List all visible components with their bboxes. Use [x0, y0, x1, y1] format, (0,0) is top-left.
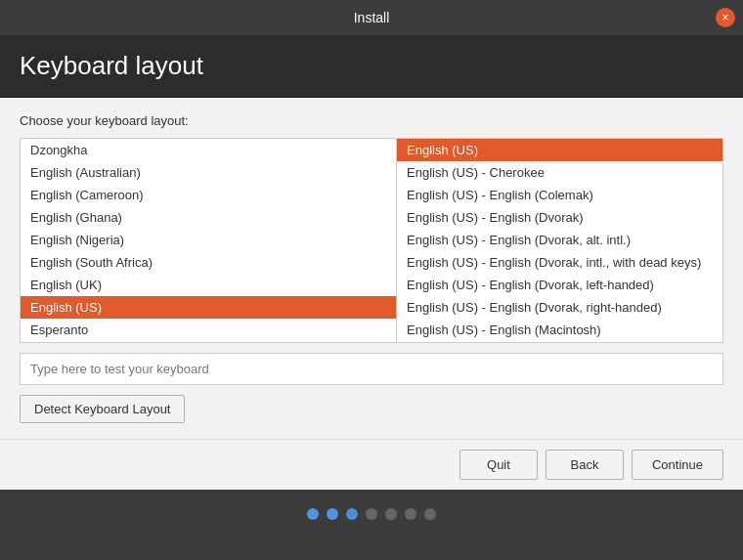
- variant-list-item[interactable]: English (US) - English (Dvorak, alt. int…: [397, 229, 722, 251]
- layout-list-item[interactable]: English (Ghana): [21, 206, 396, 229]
- variant-list-item[interactable]: English (US) - English (Dvorak, intl., w…: [397, 251, 722, 274]
- variant-list-item[interactable]: English (US): [397, 139, 722, 161]
- layout-list-item[interactable]: Dzongkha: [21, 139, 396, 161]
- dot-5: [385, 508, 397, 520]
- main-content: Choose your keyboard layout: DzongkhaEng…: [0, 98, 743, 490]
- back-button[interactable]: Back: [546, 450, 624, 480]
- test-input-container: [20, 353, 723, 385]
- bottom-navigation: Quit Back Continue: [0, 439, 743, 490]
- dot-6: [405, 508, 416, 520]
- layout-list-item[interactable]: English (Australian): [21, 161, 396, 184]
- window-title: Install: [354, 10, 390, 25]
- variant-list-item[interactable]: English (US) - English (Dvorak, left-han…: [397, 274, 722, 296]
- dot-3: [346, 508, 358, 520]
- dot-7: [424, 508, 436, 520]
- title-bar: Install ×: [0, 0, 743, 35]
- keyboard-test-input[interactable]: [20, 353, 723, 385]
- close-button[interactable]: ×: [716, 8, 735, 27]
- page-header: Keyboard layout: [0, 35, 743, 98]
- dot-2: [327, 508, 338, 520]
- variant-list-item[interactable]: English (US) - Cherokee: [397, 161, 722, 184]
- layout-list-item[interactable]: English (Nigeria): [21, 229, 396, 251]
- quit-button[interactable]: Quit: [459, 450, 538, 480]
- layout-list-item[interactable]: English (US): [21, 296, 396, 319]
- dot-1: [307, 508, 319, 520]
- layout-list-item[interactable]: English (UK): [21, 274, 396, 296]
- layout-list-item[interactable]: English (South Africa): [21, 251, 396, 274]
- variant-list-item[interactable]: English (US) - English (Colemak): [397, 184, 722, 206]
- dot-4: [366, 508, 377, 520]
- page-title: Keyboard layout: [20, 51, 723, 81]
- variant-list-item[interactable]: English (US) - English (Dvorak): [397, 206, 722, 229]
- variant-list[interactable]: English (US)English (US) - CherokeeEngli…: [397, 139, 722, 342]
- continue-button[interactable]: Continue: [632, 450, 723, 480]
- layout-list-item[interactable]: English (Cameroon): [21, 184, 396, 206]
- variant-list-item[interactable]: English (US) - English (Dvorak, right-ha…: [397, 296, 722, 319]
- footer: [0, 490, 743, 538]
- content-area: Choose your keyboard layout: DzongkhaEng…: [0, 98, 743, 439]
- layout-list[interactable]: DzongkhaEnglish (Australian)English (Cam…: [21, 139, 397, 342]
- detect-keyboard-button[interactable]: Detect Keyboard Layout: [20, 395, 185, 423]
- subtitle-text: Choose your keyboard layout:: [20, 113, 723, 128]
- keyboard-layout-container: DzongkhaEnglish (Australian)English (Cam…: [20, 138, 723, 343]
- layout-list-item[interactable]: Esperanto: [21, 319, 396, 341]
- close-icon: ×: [721, 11, 728, 24]
- variant-list-item[interactable]: English (US) - English (Macintosh): [397, 319, 722, 341]
